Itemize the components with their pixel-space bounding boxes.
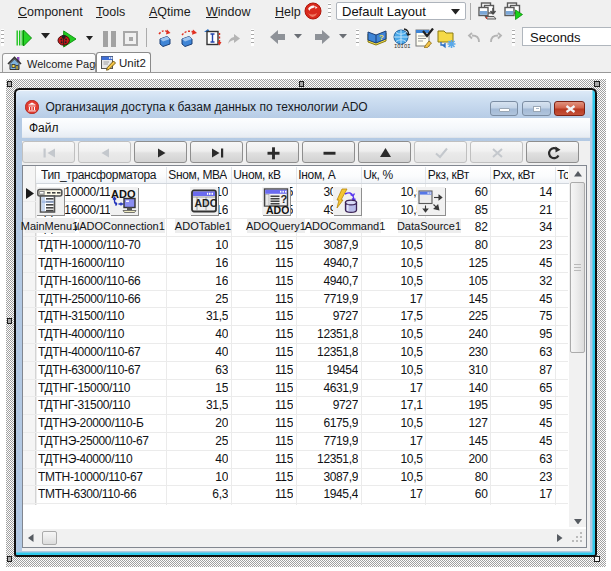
- svg-text:ADO: ADO: [195, 197, 218, 209]
- svg-text:IOIOI: IOIOI: [394, 43, 411, 49]
- svg-text:?: ?: [379, 33, 384, 42]
- svg-text:ADO: ADO: [266, 204, 289, 215]
